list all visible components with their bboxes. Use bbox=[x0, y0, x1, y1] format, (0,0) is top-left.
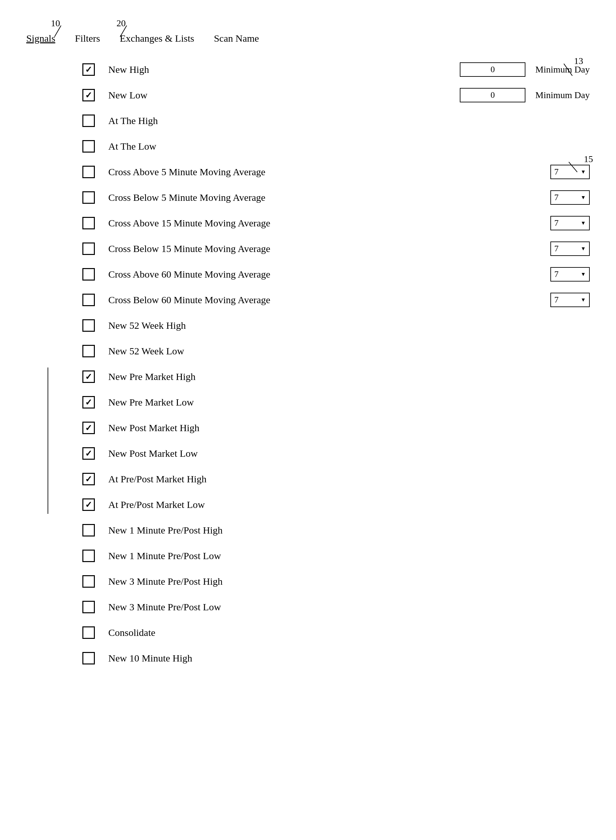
checkmark-new-post-market-high bbox=[85, 423, 92, 433]
signal-label-at-the-low: At The Low bbox=[108, 141, 590, 152]
signal-label-new-3-min-prepost-high: New 3 Minute Pre/Post High bbox=[108, 576, 590, 587]
checkbox-new-low[interactable] bbox=[82, 89, 95, 101]
checkbox-new-3-min-prepost-low[interactable] bbox=[82, 601, 95, 613]
signal-label-consolidate: Consolidate bbox=[108, 627, 590, 638]
checkmark-new-pre-market-high bbox=[85, 372, 92, 382]
signal-row-new-post-market-low: New Post Market Low bbox=[79, 444, 590, 463]
checkbox-new-pre-market-high[interactable] bbox=[82, 371, 95, 383]
dropdown-cross-above-60[interactable]: 7▼ bbox=[550, 267, 590, 281]
checkbox-new-52-week-low[interactable] bbox=[82, 345, 95, 357]
signal-label-new-high: New High bbox=[108, 64, 453, 75]
checkbox-cross-above-5[interactable] bbox=[82, 166, 95, 178]
signal-row-cross-below-15: Cross Below 15 Minute Moving Average7▼ bbox=[79, 239, 590, 258]
checkbox-at-the-low[interactable] bbox=[82, 140, 95, 152]
checkbox-new-1-min-prepost-high[interactable] bbox=[82, 524, 95, 537]
checkbox-cross-below-60[interactable] bbox=[82, 294, 95, 306]
signal-label-new-10-min-high: New 10 Minute High bbox=[108, 652, 590, 664]
signal-row-new-10-min-high: New 10 Minute High bbox=[79, 649, 590, 667]
checkmark-new-high bbox=[85, 65, 92, 75]
checkbox-at-the-high[interactable] bbox=[82, 114, 95, 127]
checkmark-new-pre-market-low bbox=[85, 397, 92, 408]
dropdown-value-cross-above-15: 7 bbox=[554, 218, 559, 228]
ref-20: 20 bbox=[116, 18, 126, 29]
dropdown-arrow-cross-above-60: ▼ bbox=[581, 271, 586, 277]
signal-row-cross-below-60: Cross Below 60 Minute Moving Average7▼ bbox=[79, 291, 590, 309]
signal-row-new-1-min-prepost-low: New 1 Minute Pre/Post Low bbox=[79, 547, 590, 565]
checkmark-new-low bbox=[85, 90, 92, 100]
nav-scan-name[interactable]: Scan Name bbox=[214, 33, 259, 44]
dropdown-cross-below-5[interactable]: 7▼ bbox=[550, 190, 590, 205]
checkbox-new-post-market-low[interactable] bbox=[82, 447, 95, 460]
checkbox-new-10-min-high[interactable] bbox=[82, 652, 95, 664]
signal-row-new-52-week-high: New 52 Week High bbox=[79, 316, 590, 335]
signal-row-new-52-week-low: New 52 Week Low bbox=[79, 342, 590, 360]
nav-signals[interactable]: Signals bbox=[26, 33, 55, 44]
signal-label-new-low: New Low bbox=[108, 89, 453, 101]
signal-row-new-low: New Low0Minimum Day bbox=[79, 86, 590, 104]
checkbox-new-high[interactable] bbox=[82, 63, 95, 76]
signal-label-cross-above-60: Cross Above 60 Minute Moving Average bbox=[108, 269, 544, 280]
signal-row-at-pre-post-market-high: At Pre/Post Market High bbox=[79, 470, 590, 488]
checkbox-cross-below-15[interactable] bbox=[82, 242, 95, 255]
signal-row-new-high: New High0Minimum Day bbox=[79, 60, 590, 79]
dropdown-value-cross-below-60: 7 bbox=[554, 295, 559, 305]
signal-row-consolidate: Consolidate bbox=[79, 623, 590, 642]
dropdown-arrow-cross-above-5: ▼ bbox=[581, 169, 586, 175]
nav-exchanges[interactable]: Exchanges & Lists bbox=[120, 33, 194, 44]
checkbox-new-pre-market-low[interactable] bbox=[82, 396, 95, 409]
signal-label-new-post-market-high: New Post Market High bbox=[108, 422, 590, 434]
checkbox-cross-above-60[interactable] bbox=[82, 268, 95, 280]
signal-row-new-3-min-prepost-high: New 3 Minute Pre/Post High bbox=[79, 572, 590, 591]
signal-row-cross-above-15: Cross Above 15 Minute Moving Average7▼ bbox=[79, 214, 590, 232]
signal-row-cross-below-5: Cross Below 5 Minute Moving Average7▼ bbox=[79, 188, 590, 207]
dropdown-value-cross-below-5: 7 bbox=[554, 193, 559, 202]
checkbox-at-pre-post-market-high[interactable] bbox=[82, 473, 95, 485]
signal-label-cross-below-60: Cross Below 60 Minute Moving Average bbox=[108, 294, 544, 305]
checkbox-at-pre-post-market-low[interactable] bbox=[82, 498, 95, 511]
suffix-new-high: Minimum Day bbox=[535, 64, 590, 75]
checkbox-consolidate[interactable] bbox=[82, 626, 95, 639]
dropdown-cross-below-15[interactable]: 7▼ bbox=[550, 242, 590, 256]
input-new-low[interactable]: 0 bbox=[460, 88, 525, 103]
dropdown-value-cross-above-5: 7 bbox=[554, 167, 559, 177]
signal-row-new-pre-market-high: New Pre Market High bbox=[79, 368, 590, 386]
dropdown-value-cross-below-15: 7 bbox=[554, 244, 559, 254]
dropdown-arrow-cross-below-60: ▼ bbox=[581, 297, 586, 303]
signal-row-at-the-low: At The Low bbox=[79, 137, 590, 155]
signal-label-at-pre-post-market-low: At Pre/Post Market Low bbox=[108, 499, 590, 510]
input-new-high[interactable]: 0 bbox=[460, 62, 525, 77]
signal-row-cross-above-5: Cross Above 5 Minute Moving Average7▼ bbox=[79, 163, 590, 181]
main-content: 12 14 15 New High0Minimum DayNew Low0Min… bbox=[26, 60, 590, 667]
suffix-new-low: Minimum Day bbox=[535, 90, 590, 100]
checkbox-new-3-min-prepost-high[interactable] bbox=[82, 575, 95, 588]
checkmark-new-post-market-low bbox=[85, 449, 92, 459]
dropdown-cross-above-15[interactable]: 7▼ bbox=[550, 216, 590, 230]
signal-row-new-1-min-prepost-high: New 1 Minute Pre/Post High bbox=[79, 521, 590, 539]
signal-label-cross-above-5: Cross Above 5 Minute Moving Average bbox=[108, 166, 544, 177]
dropdown-arrow-cross-below-5: ▼ bbox=[581, 195, 586, 201]
nav-filters[interactable]: Filters bbox=[75, 33, 100, 44]
signal-label-cross-below-5: Cross Below 5 Minute Moving Average bbox=[108, 192, 544, 203]
signal-label-at-the-high: At The High bbox=[108, 115, 590, 126]
dropdown-arrow-cross-above-15: ▼ bbox=[581, 220, 586, 226]
signal-label-new-post-market-low: New Post Market Low bbox=[108, 448, 590, 459]
ref-10: 10 bbox=[51, 18, 60, 29]
signal-label-new-52-week-high: New 52 Week High bbox=[108, 320, 590, 331]
signal-label-new-3-min-prepost-low: New 3 Minute Pre/Post Low bbox=[108, 601, 590, 613]
dropdown-arrow-cross-below-15: ▼ bbox=[581, 246, 586, 252]
brace-line-16 bbox=[48, 368, 48, 514]
nav-bar: Signals Filters Exchanges & Lists Scan N… bbox=[26, 33, 590, 44]
dropdown-cross-above-5[interactable]: 7▼ bbox=[550, 165, 590, 179]
signal-label-new-52-week-low: New 52 Week Low bbox=[108, 346, 590, 357]
dropdown-value-cross-above-60: 7 bbox=[554, 270, 559, 279]
checkbox-new-post-market-high[interactable] bbox=[82, 422, 95, 434]
checkbox-new-52-week-high[interactable] bbox=[82, 319, 95, 332]
checkbox-cross-below-5[interactable] bbox=[82, 191, 95, 204]
signal-row-at-the-high: At The High bbox=[79, 111, 590, 130]
signal-label-new-1-min-prepost-high: New 1 Minute Pre/Post High bbox=[108, 525, 590, 536]
dropdown-cross-below-60[interactable]: 7▼ bbox=[550, 293, 590, 307]
checkbox-new-1-min-prepost-low[interactable] bbox=[82, 550, 95, 562]
signal-label-cross-below-15: Cross Below 15 Minute Moving Average bbox=[108, 243, 544, 254]
checkbox-cross-above-15[interactable] bbox=[82, 217, 95, 229]
signal-label-new-pre-market-low: New Pre Market Low bbox=[108, 397, 590, 408]
